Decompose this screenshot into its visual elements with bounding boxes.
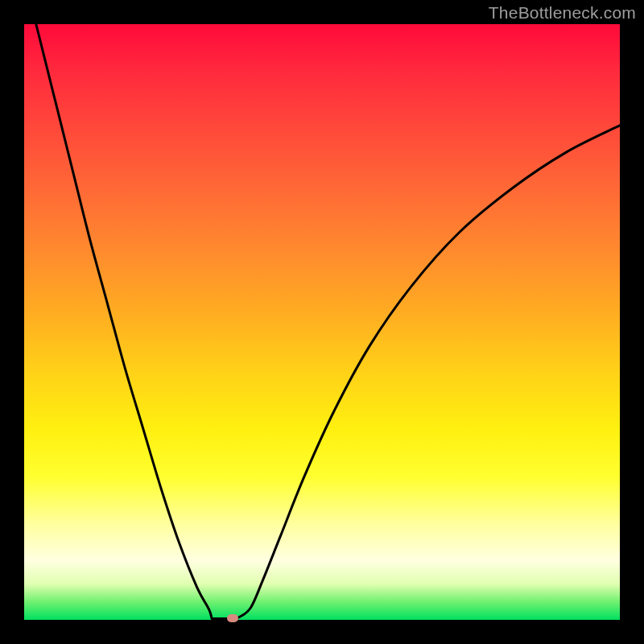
optimal-point-marker (227, 614, 238, 622)
chart-frame: TheBottleneck.com (0, 0, 644, 644)
watermark-text: TheBottleneck.com (489, 3, 636, 23)
bottleneck-curve (24, 24, 620, 620)
plot-area (24, 24, 620, 620)
